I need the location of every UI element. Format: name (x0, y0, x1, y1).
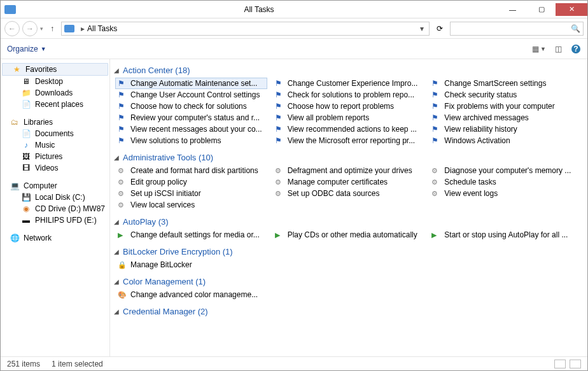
search-input[interactable] (453, 24, 571, 33)
recent-locations-dropdown[interactable]: ▾ (40, 25, 43, 32)
network-group: 🌐 Network (1, 232, 109, 244)
maximize-button[interactable]: ▢ (527, 3, 556, 16)
task-item[interactable]: ⚑Change Customer Experience Impro... (272, 78, 424, 89)
breadcrumb-separator-icon: ▸ (81, 24, 85, 33)
category-title: Administrative Tools (10) (123, 153, 213, 162)
task-item[interactable]: ⚙View event logs (429, 188, 581, 199)
tool-icon: ⚙ (431, 178, 440, 186)
category-items: 🔒Manage BitLocker (110, 259, 581, 270)
task-item[interactable]: ⚑Change Automatic Maintenance set... (115, 78, 267, 89)
task-item[interactable]: ▶Change default settings for media or... (115, 229, 267, 241)
task-label: View all problem reports (288, 113, 370, 122)
task-label: View local services (130, 200, 195, 209)
recent-icon: 📄 (21, 100, 31, 109)
category-header[interactable]: ◢Action Center (18) (110, 63, 581, 78)
category-header[interactable]: ◢Administrative Tools (10) (110, 150, 581, 165)
task-item[interactable]: ⚑Check security status (429, 89, 581, 101)
sidebar-item-videos[interactable]: 🎞Videos (1, 162, 109, 174)
task-label: Defragment and optimize your drives (288, 166, 412, 175)
videos-icon: 🎞 (21, 164, 31, 172)
address-bar[interactable]: ▸ All Tasks ▾ (61, 22, 430, 36)
usb-icon: ▬ (21, 216, 31, 225)
flag-icon: ⚑ (275, 79, 284, 88)
task-label: Play CDs or other media automatically (288, 230, 417, 239)
task-label: Manage BitLocker (130, 260, 192, 269)
task-item[interactable]: ⚑View all problem reports (272, 112, 424, 123)
task-item[interactable]: ⚙Edit group policy (115, 176, 267, 188)
task-item[interactable]: ⚑Review your computer's status and r... (115, 112, 267, 123)
window-title: All Tasks (20, 5, 498, 14)
close-button[interactable]: ✕ (556, 3, 587, 16)
task-item[interactable]: ⚑View recent messages about your co... (115, 123, 267, 135)
task-item[interactable]: 🎨Change advanced color manageme... (115, 289, 267, 300)
task-item[interactable]: ⚑Choose how to check for solutions (115, 101, 267, 112)
category-header[interactable]: ◢Color Management (1) (110, 274, 581, 289)
task-item[interactable]: ⚙Create and format hard disk partitions (115, 165, 267, 176)
sidebar-item-recent-places[interactable]: 📄Recent places (1, 99, 109, 110)
task-item[interactable]: ⚙Set up iSCSI initiator (115, 188, 267, 199)
sidebar-item-cd-drive[interactable]: ◉CD Drive (D:) MW87 (1, 203, 109, 214)
sidebar-item-music[interactable]: ♪Music (1, 139, 109, 151)
task-label: View the Microsoft error reporting pr... (288, 136, 416, 145)
task-item[interactable]: ⚑View reliability history (429, 123, 581, 135)
libraries-label: Libraries (24, 118, 53, 127)
category-title: AutoPlay (3) (123, 217, 169, 227)
favorites-header[interactable]: ★ Favorites (2, 63, 108, 76)
preview-pane-button[interactable]: ◫ (555, 45, 562, 53)
task-item[interactable]: ⚙Defragment and optimize your drives (272, 165, 424, 176)
category-header[interactable]: ◢BitLocker Drive Encryption (1) (110, 244, 581, 259)
lock-icon: 🔒 (118, 261, 127, 269)
task-item[interactable]: ⚑View recommended actions to keep ... (272, 123, 424, 135)
network-header[interactable]: 🌐 Network (1, 232, 109, 244)
category-header[interactable]: ◢AutoPlay (3) (110, 214, 581, 229)
category-header[interactable]: ◢Credential Manager (2) (110, 304, 581, 319)
network-icon: 🌐 (10, 234, 20, 242)
computer-header[interactable]: 💻 Computer (1, 180, 109, 192)
task-item[interactable]: ⚑Check for solutions to problem repo... (272, 89, 424, 101)
minimize-button[interactable]: — (498, 3, 527, 16)
task-item[interactable]: ⚑View solutions to problems (115, 135, 267, 146)
refresh-button[interactable]: ⟳ (432, 22, 447, 36)
search-icon[interactable]: 🔍 (571, 24, 580, 33)
sidebar-item-local-disk[interactable]: 💾Local Disk (C:) (1, 192, 109, 203)
category-title: BitLocker Drive Encryption (1) (123, 247, 233, 256)
help-button[interactable]: ? (571, 44, 581, 54)
organize-label: Organize (7, 45, 38, 53)
task-item[interactable]: ⚙View local services (115, 199, 267, 211)
task-item[interactable]: ⚙Schedule tasks (429, 176, 581, 188)
task-item[interactable]: ⚑View archived messages (429, 112, 581, 123)
flag-icon: ⚑ (118, 113, 127, 122)
task-item[interactable]: 🔒Manage BitLocker (115, 259, 267, 270)
address-dropdown-icon[interactable]: ▾ (417, 24, 426, 33)
task-item[interactable]: ⚑Windows Activation (429, 135, 581, 146)
sidebar-item-desktop[interactable]: 🖥Desktop (1, 76, 109, 87)
details-view-button[interactable] (554, 360, 566, 368)
task-item[interactable]: ▶Play CDs or other media automatically (272, 229, 424, 241)
breadcrumb-location[interactable]: All Tasks (87, 24, 117, 33)
task-label: Set up iSCSI initiator (130, 189, 201, 198)
forward-button[interactable]: → (22, 21, 38, 36)
back-button[interactable]: ← (4, 21, 20, 36)
view-options-button[interactable]: ▦ ▼ (532, 45, 546, 53)
task-item[interactable]: ▶Start or stop using AutoPlay for all ..… (429, 229, 581, 241)
icons-view-button[interactable] (570, 360, 581, 368)
task-item[interactable]: ⚑Change User Account Control settings (115, 89, 267, 101)
title-bar: All Tasks — ▢ ✕ (1, 1, 587, 18)
search-box[interactable]: 🔍 (450, 22, 584, 36)
task-item[interactable]: ⚑Choose how to report problems (272, 101, 424, 112)
task-item[interactable]: ⚑View the Microsoft error reporting pr..… (272, 135, 424, 146)
task-item[interactable]: ⚑Fix problems with your computer (429, 101, 581, 112)
libraries-header[interactable]: 🗂 Libraries (1, 116, 109, 128)
sidebar-item-usb-drive[interactable]: ▬PHILIPS UFD (E:) (1, 214, 109, 226)
task-item[interactable]: ⚙Diagnose your computer's memory ... (429, 165, 581, 176)
task-item[interactable]: ⚑Change SmartScreen settings (429, 78, 581, 89)
task-item[interactable]: ⚙Manage computer certificates (272, 176, 424, 188)
task-item[interactable]: ⚙Set up ODBC data sources (272, 188, 424, 199)
organize-menu[interactable]: Organize ▼ (7, 45, 46, 53)
chevron-down-icon: ▼ (41, 46, 46, 52)
sidebar-item-downloads[interactable]: 📁Downloads (1, 87, 109, 99)
sidebar-item-documents[interactable]: 📄Documents (1, 128, 109, 139)
tool-icon: ⚙ (118, 167, 127, 175)
up-button[interactable]: ↑ (46, 22, 59, 35)
sidebar-item-pictures[interactable]: 🖼Pictures (1, 151, 109, 162)
